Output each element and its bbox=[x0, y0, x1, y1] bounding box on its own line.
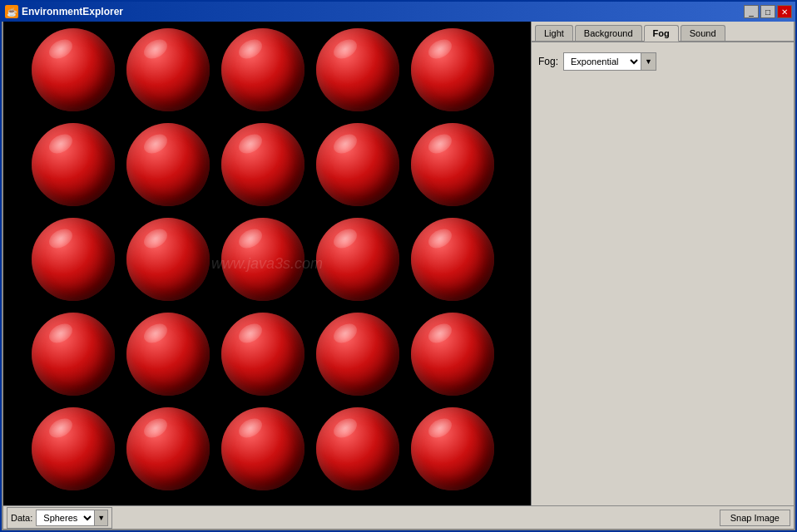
sphere-3-5 bbox=[411, 218, 494, 301]
sphere-4-3 bbox=[221, 313, 304, 396]
tabs-container: Light Background Fog Sound bbox=[532, 22, 794, 42]
sphere-3-2 bbox=[126, 218, 210, 301]
sphere-2-3 bbox=[221, 123, 304, 206]
sphere-2-4 bbox=[316, 123, 399, 206]
application-window: ☕ EnvironmentExplorer _ □ ✕ bbox=[0, 0, 797, 532]
fog-select-wrapper: None Linear Exponential Exponential2 ▼ bbox=[563, 52, 656, 71]
right-panel: Light Background Fog Sound Fog: None Lin… bbox=[531, 22, 794, 505]
data-select[interactable]: Spheres Cubes Cones bbox=[37, 511, 94, 525]
fog-dropdown-icon[interactable]: ▼ bbox=[641, 53, 656, 70]
sphere-1-1 bbox=[32, 28, 115, 111]
sphere-4-5 bbox=[411, 313, 494, 396]
tab-background[interactable]: Background bbox=[575, 25, 642, 41]
window-title: EnvironmentExplorer bbox=[22, 6, 123, 17]
spheres-grid bbox=[32, 28, 502, 499]
sphere-1-2 bbox=[126, 28, 210, 111]
data-select-wrapper: Spheres Cubes Cones ▼ bbox=[36, 510, 108, 526]
sphere-3-3 bbox=[221, 218, 304, 301]
tab-fog[interactable]: Fog bbox=[644, 25, 679, 42]
fog-tab-content: Fog: None Linear Exponential Exponential… bbox=[532, 42, 794, 505]
fog-row: Fog: None Linear Exponential Exponential… bbox=[538, 52, 787, 71]
window-body: www.java3s.com Light Background Fog Soun… bbox=[2, 22, 795, 530]
sphere-5-5 bbox=[411, 407, 494, 490]
sphere-1-5 bbox=[411, 28, 494, 111]
sphere-4-1 bbox=[32, 313, 115, 396]
sphere-5-3 bbox=[221, 407, 304, 490]
tab-sound[interactable]: Sound bbox=[681, 25, 725, 41]
data-dropdown-icon[interactable]: ▼ bbox=[94, 510, 107, 525]
minimize-button[interactable]: _ bbox=[744, 5, 759, 18]
viewport: www.java3s.com bbox=[3, 22, 531, 505]
sphere-2-1 bbox=[32, 123, 115, 206]
sphere-3-4 bbox=[316, 218, 399, 301]
maximize-button[interactable]: □ bbox=[760, 5, 775, 18]
status-data-section: Data: Spheres Cubes Cones ▼ bbox=[7, 507, 112, 529]
sphere-1-4 bbox=[316, 28, 399, 111]
sphere-4-4 bbox=[316, 313, 399, 396]
sphere-2-2 bbox=[126, 123, 210, 206]
fog-label: Fog: bbox=[538, 56, 558, 67]
status-bar: Data: Spheres Cubes Cones ▼ Snap Image bbox=[3, 505, 794, 529]
close-button[interactable]: ✕ bbox=[777, 5, 792, 18]
sphere-5-1 bbox=[32, 407, 115, 490]
data-label: Data: bbox=[11, 513, 32, 523]
fog-select[interactable]: None Linear Exponential Exponential2 bbox=[564, 54, 641, 69]
title-bar: ☕ EnvironmentExplorer _ □ ✕ bbox=[2, 2, 795, 22]
sphere-1-3 bbox=[221, 28, 304, 111]
sphere-2-5 bbox=[411, 123, 494, 206]
sphere-5-2 bbox=[126, 407, 210, 490]
main-content: www.java3s.com Light Background Fog Soun… bbox=[3, 22, 794, 505]
title-bar-left: ☕ EnvironmentExplorer bbox=[5, 5, 123, 18]
tab-light[interactable]: Light bbox=[535, 25, 573, 41]
sphere-5-4 bbox=[316, 407, 399, 490]
title-controls: _ □ ✕ bbox=[744, 5, 792, 18]
sphere-4-2 bbox=[126, 313, 210, 396]
app-icon: ☕ bbox=[5, 5, 18, 18]
snap-image-button[interactable]: Snap Image bbox=[720, 510, 790, 526]
sphere-3-1 bbox=[32, 218, 115, 301]
